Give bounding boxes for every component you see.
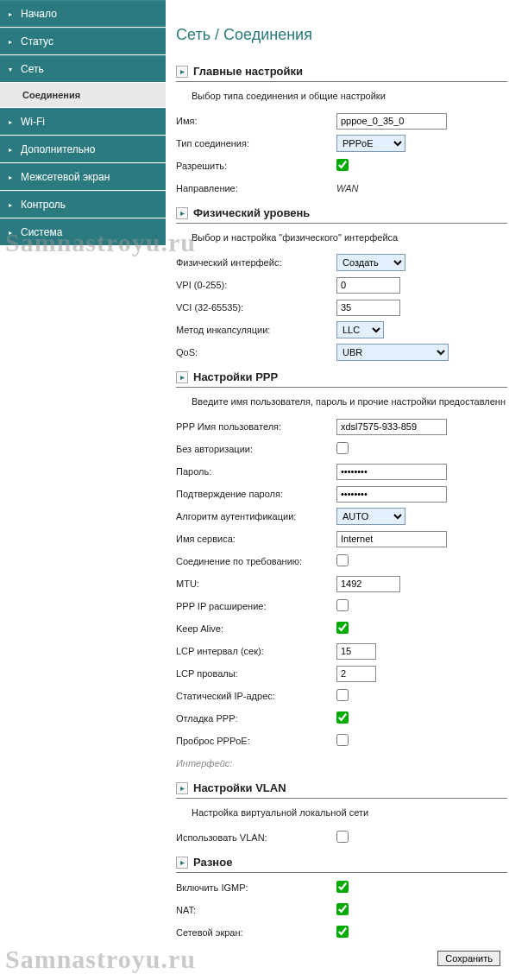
expand-icon: ▸ <box>176 371 188 383</box>
label-vpi: VPI (0-255): <box>176 280 336 290</box>
label-phy-iface: Физический интерфейс: <box>176 257 336 268</box>
expand-icon: ▸ <box>176 66 188 78</box>
section-ppp: ▸ Настройки PPP <box>176 367 507 388</box>
label-fw: Сетевой экран: <box>176 927 336 938</box>
arrow-icon: ▸ <box>9 201 16 209</box>
label-interface: Интерфейс: <box>176 758 336 768</box>
label-noauth: Без авторизации: <box>176 444 336 454</box>
direction-value: WAN <box>336 183 358 193</box>
expand-icon: ▸ <box>176 207 188 219</box>
label-use-vlan: Использовать VLAN: <box>176 832 336 843</box>
label-allow: Разрешить: <box>176 161 336 171</box>
noauth-checkbox[interactable] <box>336 442 349 454</box>
label-dial: Соединение по требованию: <box>176 556 336 566</box>
label-conn-type: Тип соединения: <box>176 138 336 149</box>
nav-system[interactable]: ▸Система <box>0 218 166 246</box>
label-nat: NAT: <box>176 905 336 915</box>
igmp-checkbox[interactable] <box>336 881 349 893</box>
vci-input[interactable] <box>336 300 400 316</box>
nav-control[interactable]: ▸Контроль <box>0 191 166 218</box>
nav-advanced[interactable]: ▸Дополнительно <box>0 136 166 163</box>
passthru-checkbox[interactable] <box>336 734 349 746</box>
ppp-user-input[interactable] <box>336 419 447 435</box>
firewall-checkbox[interactable] <box>336 926 349 938</box>
expand-icon: ▸ <box>176 857 188 869</box>
nav-network[interactable]: ▾Сеть <box>0 55 166 83</box>
nav-status[interactable]: ▸Статус <box>0 28 166 55</box>
phy-iface-select[interactable]: Создать <box>336 254 405 271</box>
nav-home[interactable]: ▸Начало <box>0 0 166 28</box>
arrow-icon: ▸ <box>9 38 16 46</box>
arrow-icon: ▸ <box>9 118 16 126</box>
section-main-desc: Выбор типа соединения и общие настройки <box>176 87 507 108</box>
label-pass2: Подтверждение пароля: <box>176 489 336 499</box>
service-input[interactable] <box>336 531 447 547</box>
lcp-interval-input[interactable] <box>336 643 376 660</box>
label-passthru: Проброс PPPoE: <box>176 736 336 746</box>
section-phy-desc: Выбор и настройка "физического" интерфей… <box>176 229 507 250</box>
arrow-icon: ▸ <box>9 229 16 237</box>
nav-firewall[interactable]: ▸Межсетевой экран <box>0 163 166 191</box>
label-lcpfail: LCP провалы: <box>176 668 336 679</box>
section-vlan-desc: Настройка виртуальной локальной сети <box>176 804 507 825</box>
password-confirm-input[interactable] <box>336 486 447 503</box>
label-static: Статический IP-адрес: <box>176 691 336 701</box>
arrow-icon: ▾ <box>9 66 16 73</box>
qos-select[interactable]: UBR <box>336 344 449 361</box>
save-button[interactable]: Сохранить <box>437 951 500 966</box>
label-name: Имя: <box>176 116 336 126</box>
sidebar: ▸Начало ▸Статус ▾Сеть Соединения ▸Wi-Fi … <box>0 0 166 977</box>
use-vlan-checkbox[interactable] <box>336 831 349 843</box>
subnav-connections[interactable]: Соединения <box>0 83 166 108</box>
label-igmp: Включить IGMP: <box>176 882 336 893</box>
vpi-input[interactable] <box>336 277 400 294</box>
label-auth: Алгоритм аутентификации: <box>176 511 336 522</box>
label-service: Имя сервиса: <box>176 534 336 544</box>
section-ppp-desc: Введите имя пользователя, пароль и прочи… <box>176 393 507 414</box>
label-keep: Keep Alive: <box>176 623 336 634</box>
label-pass: Пароль: <box>176 466 336 477</box>
label-qos: QoS: <box>176 347 336 357</box>
allow-checkbox[interactable] <box>336 159 349 171</box>
auth-select[interactable]: AUTO <box>336 508 405 525</box>
static-ip-checkbox[interactable] <box>336 689 349 701</box>
conn-type-select[interactable]: PPPoE <box>336 135 405 152</box>
name-input[interactable] <box>336 113 447 130</box>
lcp-fail-input[interactable] <box>336 666 376 682</box>
label-ppp-user: PPP Имя пользователя: <box>176 421 336 432</box>
nav-wifi[interactable]: ▸Wi-Fi <box>0 108 166 136</box>
expand-icon: ▸ <box>176 782 188 794</box>
nat-checkbox[interactable] <box>336 903 349 915</box>
section-phy: ▸ Физический уровень <box>176 203 507 224</box>
arrow-icon: ▸ <box>9 146 16 154</box>
section-misc: ▸ Разное <box>176 852 507 873</box>
section-main: ▸ Главные настройки <box>176 61 507 82</box>
ipext-checkbox[interactable] <box>336 599 349 611</box>
dial-checkbox[interactable] <box>336 554 349 566</box>
arrow-icon: ▸ <box>9 10 16 18</box>
password-input[interactable] <box>336 464 447 480</box>
debug-checkbox[interactable] <box>336 711 349 724</box>
label-direction: Направление: <box>176 183 336 193</box>
label-vci: VCI (32-65535): <box>176 302 336 313</box>
encap-select[interactable]: LLC <box>336 321 384 338</box>
mtu-input[interactable] <box>336 576 400 592</box>
page-title: Сеть / Соединения <box>176 26 507 44</box>
arrow-icon: ▸ <box>9 174 16 181</box>
label-ipext: PPP IP расширение: <box>176 601 336 611</box>
label-lcpint: LCP интервал (сек): <box>176 646 336 656</box>
section-vlan: ▸ Настройки VLAN <box>176 778 507 799</box>
label-debug: Отладка PPP: <box>176 713 336 724</box>
keepalive-checkbox[interactable] <box>336 622 349 634</box>
label-mtu: MTU: <box>176 579 336 589</box>
label-encap: Метод инкапсуляции: <box>176 325 336 335</box>
